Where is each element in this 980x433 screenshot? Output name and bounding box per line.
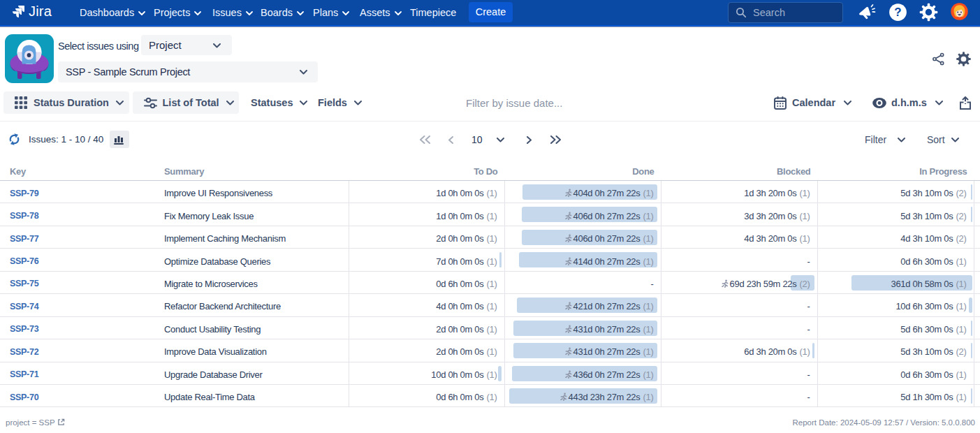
svg-text:?: ? [894, 6, 901, 19]
